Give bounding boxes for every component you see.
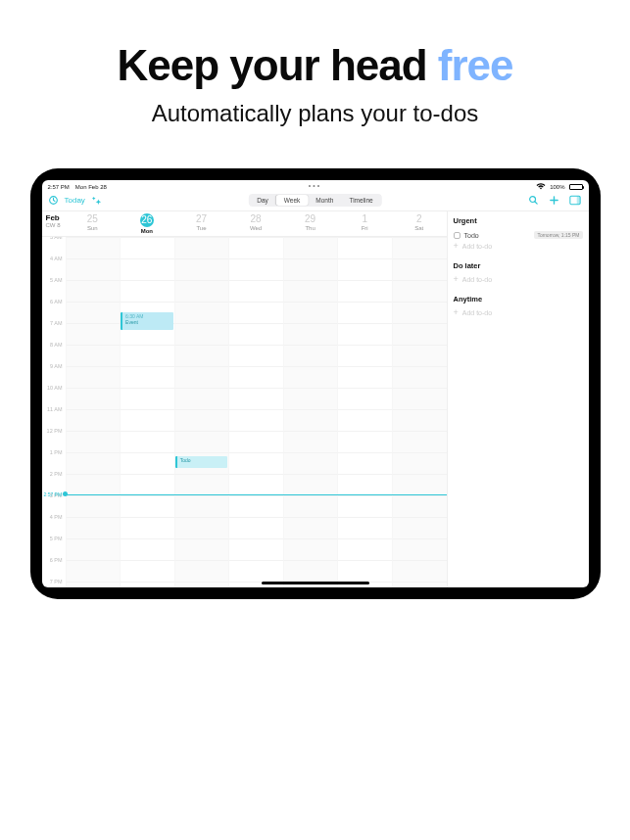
time-cell[interactable] [120,495,174,517]
time-cell[interactable] [120,538,174,560]
day-column-mon[interactable]: 26Mon [120,211,174,236]
time-cell[interactable] [283,366,338,388]
add-todo-button[interactable]: +Add to-do [454,274,583,285]
time-cell[interactable] [66,431,121,452]
calendar-grid[interactable]: 3 AM4 AM5 AM6 AM7 AM8 AM9 AM10 AM11 AM12… [42,237,447,587]
time-cell[interactable] [283,495,338,517]
time-cell[interactable] [66,560,121,582]
day-column-sun[interactable]: 25Sun [66,211,121,236]
time-cell[interactable] [228,345,283,366]
time-cell[interactable] [228,538,283,560]
time-cell[interactable] [283,538,338,560]
time-cell[interactable] [174,366,229,388]
time-cell[interactable] [228,495,283,517]
time-cell[interactable] [337,302,392,323]
view-tab-week[interactable]: Week [276,195,309,206]
time-cell[interactable] [392,366,447,388]
time-cell[interactable] [174,345,229,366]
time-cell[interactable] [66,538,121,560]
time-cell[interactable] [228,388,283,409]
time-cell[interactable] [283,323,338,345]
time-cell[interactable] [66,495,121,517]
day-column-wed[interactable]: 28Wed [228,211,283,236]
time-cell[interactable] [392,345,447,366]
time-cell[interactable] [392,431,447,452]
time-cell[interactable] [228,237,283,258]
time-cell[interactable] [120,452,174,474]
time-cell[interactable] [66,517,121,538]
add-todo-button[interactable]: +Add to-do [454,241,583,252]
calendar-todo[interactable]: Todo [175,456,228,468]
multitask-dots[interactable]: ••• [309,182,321,189]
time-cell[interactable] [337,280,392,302]
calendar-icon[interactable] [48,195,59,206]
time-cell[interactable] [392,560,447,582]
time-cell[interactable] [120,345,174,366]
time-cell[interactable] [228,474,283,495]
time-cell[interactable] [392,452,447,474]
time-cell[interactable] [174,474,229,495]
day-column-fri[interactable]: 1Fri [337,211,392,236]
todo-item[interactable]: TodoTomorrow, 1:15 PM [454,229,583,241]
time-cell[interactable] [392,517,447,538]
time-cell[interactable] [66,452,121,474]
time-cell[interactable] [392,409,447,431]
time-cell[interactable] [66,366,121,388]
time-cell[interactable] [392,388,447,409]
time-cell[interactable] [66,258,121,280]
time-cell[interactable] [337,474,392,495]
time-cell[interactable] [174,517,229,538]
time-cell[interactable] [228,366,283,388]
panel-icon[interactable] [569,195,581,206]
today-button[interactable]: Today [65,196,85,205]
time-cell[interactable] [174,538,229,560]
time-cell[interactable] [392,302,447,323]
time-cell[interactable] [174,495,229,517]
time-cell[interactable] [66,409,121,431]
time-cell[interactable] [283,302,338,323]
time-cell[interactable] [392,582,447,587]
add-todo-button[interactable]: +Add to-do [454,307,583,318]
time-cell[interactable] [392,237,447,258]
time-cell[interactable] [174,409,229,431]
time-cell[interactable] [120,560,174,582]
time-cell[interactable] [174,582,229,587]
time-cell[interactable] [283,560,338,582]
time-cell[interactable] [66,302,121,323]
time-cell[interactable] [337,388,392,409]
time-cell[interactable] [283,237,338,258]
time-cell[interactable] [392,280,447,302]
time-cell[interactable] [228,280,283,302]
time-cell[interactable] [120,409,174,431]
time-cell[interactable] [283,431,338,452]
time-cell[interactable] [120,431,174,452]
time-cell[interactable] [174,237,229,258]
time-cell[interactable] [66,388,121,409]
time-cell[interactable] [120,474,174,495]
time-cell[interactable] [337,409,392,431]
time-cell[interactable] [283,517,338,538]
time-cell[interactable] [283,388,338,409]
time-cell[interactable] [66,237,121,258]
time-cell[interactable] [174,280,229,302]
time-cell[interactable] [228,323,283,345]
time-cell[interactable] [174,323,229,345]
time-cell[interactable] [337,323,392,345]
time-cell[interactable] [337,495,392,517]
home-indicator[interactable] [262,582,369,584]
time-cell[interactable] [337,517,392,538]
time-cell[interactable] [337,258,392,280]
view-tab-timeline[interactable]: Timeline [341,195,380,206]
time-cell[interactable] [392,323,447,345]
time-cell[interactable] [337,538,392,560]
time-cell[interactable] [228,409,283,431]
time-cell[interactable] [66,323,121,345]
time-cell[interactable] [228,517,283,538]
time-cell[interactable] [228,258,283,280]
time-cell[interactable] [120,582,174,587]
day-column-thu[interactable]: 29Thu [283,211,338,236]
time-cell[interactable] [337,345,392,366]
sparkle-icon[interactable] [91,195,102,206]
time-cell[interactable] [283,452,338,474]
time-cell[interactable] [174,258,229,280]
